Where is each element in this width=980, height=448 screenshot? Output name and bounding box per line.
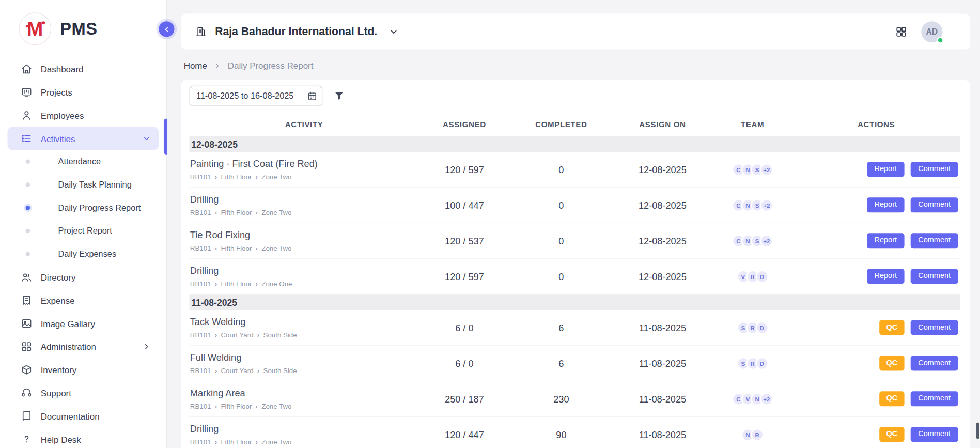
qc-button[interactable]: QC [879, 427, 904, 442]
report-button[interactable]: Report [867, 269, 905, 284]
actions-cell: ReportComment [792, 198, 960, 212]
comment-button[interactable]: Comment [911, 356, 958, 370]
team-avatars: SRD [712, 357, 792, 369]
sidebar-item-label: Administration [41, 342, 96, 351]
user-avatar[interactable]: AD [921, 21, 942, 42]
sidebar-item-label: Documentation [41, 411, 100, 421]
comment-button[interactable]: Comment [911, 234, 958, 248]
sidebar-item-label: Image Gallary [41, 318, 95, 328]
sidebar-collapse-button[interactable] [159, 21, 174, 37]
path-segment: RB101 [190, 209, 211, 217]
sidebar-item-dashboard[interactable]: Dashboard [8, 57, 159, 81]
sidebar-subitem-daily-expenses[interactable]: Daily Expenses [8, 242, 159, 266]
comment-button[interactable]: Comment [911, 427, 958, 442]
sidebar-subitem-daily-task-planning[interactable]: Daily Task Planning [8, 173, 159, 196]
team-extra-badge[interactable]: +2 [760, 163, 773, 176]
date-range-filter[interactable] [190, 86, 323, 106]
path-separator-icon: › [215, 367, 217, 374]
vertical-scrollbar-thumb[interactable] [976, 423, 979, 439]
assign-on-value: 12-08-2025 [613, 200, 713, 211]
company-selector[interactable]: Raja Bahadur International Ltd. [195, 25, 398, 38]
column-header-team: TEAM [712, 120, 792, 129]
path-separator-icon: › [257, 332, 259, 338]
team-avatar: D [755, 357, 768, 369]
activity-path: RB101›Fifth Floor›Zone Two [190, 244, 413, 252]
completed-value: 0 [510, 200, 612, 211]
comment-button[interactable]: Comment [911, 320, 958, 335]
completed-value: 6 [510, 322, 612, 333]
sidebar-subitem-project-report[interactable]: Project Report [8, 220, 159, 243]
comment-button[interactable]: Comment [911, 198, 958, 212]
topbar-right-cluster: AD [895, 21, 942, 42]
progress-report-table: ACTIVITY ASSIGNED COMPLETED ASSIGN ON TE… [190, 116, 960, 448]
comment-button[interactable]: Comment [911, 392, 958, 406]
assigned-value: 250 / 187 [419, 394, 510, 405]
sidebar-subitem-daily-progress-report[interactable]: Daily Progress Report [8, 196, 159, 220]
team-extra-badge[interactable]: +2 [760, 234, 773, 247]
table-row: DrillingRB101›Fifth Floor›Zone Two100 / … [190, 188, 960, 223]
sidebar-item-support[interactable]: Support [8, 381, 159, 405]
sidebar-item-inventory[interactable]: Inventory [8, 358, 159, 381]
online-status-dot [937, 37, 943, 43]
table-body: 12-08-2025Painting - First Coat (Fire Re… [190, 136, 960, 448]
report-button[interactable]: Report [867, 162, 905, 177]
path-segment: Zone Two [261, 438, 291, 446]
path-segment: RB101 [190, 331, 211, 339]
activity-name: Full Welding [190, 352, 413, 363]
path-separator-icon: › [256, 209, 258, 216]
sidebar-item-label: Projects [41, 87, 72, 97]
report-button[interactable]: Report [867, 198, 905, 212]
activity-cell: Full WeldingRB101›Court Yard›South Side [190, 351, 419, 376]
breadcrumb-home-link[interactable]: Home [184, 60, 207, 70]
path-separator-icon: › [215, 209, 217, 216]
path-segment: RB101 [190, 403, 211, 410]
support-icon [21, 387, 33, 399]
active-section-indicator [164, 119, 167, 155]
filter-funnel-icon[interactable] [333, 90, 345, 102]
activity-cell: DrillingRB101›Fifth Floor›Zone Two [190, 193, 419, 218]
path-separator-icon: › [215, 439, 217, 445]
expense-icon [21, 295, 33, 306]
team-extra-badge[interactable]: +2 [760, 392, 773, 405]
sidebar-subitem-attendance[interactable]: Attendance [8, 150, 159, 173]
qc-button[interactable]: QC [879, 356, 904, 370]
sidebar-item-activities[interactable]: Activities [8, 127, 159, 150]
activity-cell: Painting - First Coat (Fire Red)RB101›Fi… [190, 157, 419, 182]
path-separator-icon: › [215, 245, 217, 252]
comment-button[interactable]: Comment [911, 269, 958, 284]
sidebar-item-administration[interactable]: Administration [8, 335, 159, 358]
sidebar-item-image-gallery[interactable]: Image Gallary [8, 312, 159, 335]
assigned-value: 6 / 0 [419, 322, 510, 333]
activity-cell: DrillingRB101›Fifth Floor›Zone One [190, 264, 419, 289]
path-segment: RB101 [190, 173, 211, 181]
sidebar-subitem-label: Daily Task Planning [58, 180, 132, 189]
comment-button[interactable]: Comment [911, 162, 958, 177]
qc-button[interactable]: QC [879, 392, 904, 406]
path-segment: Fifth Floor [221, 209, 252, 217]
assign-on-value: 11-08-2025 [613, 358, 713, 369]
path-separator-icon: › [256, 439, 258, 445]
table-row: Painting - First Coat (Fire Red)RB101›Fi… [190, 152, 960, 188]
sidebar-item-directory[interactable]: Directory [8, 266, 159, 289]
path-segment: Zone Two [261, 209, 291, 217]
sidebar-item-label: Help Desk [41, 434, 81, 444]
path-segment: Fifth Floor [221, 173, 252, 181]
sidebar-item-documentation[interactable]: Documentation [8, 405, 159, 428]
date-range-input[interactable] [190, 86, 323, 106]
qc-button[interactable]: QC [879, 320, 904, 335]
bullet-dot-icon [26, 159, 30, 163]
sidebar-item-help-desk[interactable]: Help Desk [8, 428, 159, 448]
team-extra-badge[interactable]: +2 [760, 198, 773, 211]
completed-value: 0 [510, 164, 612, 175]
path-segment: Fifth Floor [221, 403, 252, 410]
app-name: PMS [60, 19, 98, 39]
sidebar-item-employees[interactable]: Employees [8, 104, 159, 127]
sidebar-item-projects[interactable]: Projects [8, 81, 159, 104]
sidebar-item-expense[interactable]: Expense [8, 289, 159, 312]
completed-value: 0 [510, 235, 612, 246]
report-button[interactable]: Report [867, 234, 905, 248]
activity-name: Tie Rod Fixing [190, 229, 413, 240]
apps-grid-icon[interactable] [895, 25, 907, 38]
activity-path: RB101›Fifth Floor›Zone Two [190, 173, 413, 181]
actions-cell: ReportComment [792, 269, 960, 284]
